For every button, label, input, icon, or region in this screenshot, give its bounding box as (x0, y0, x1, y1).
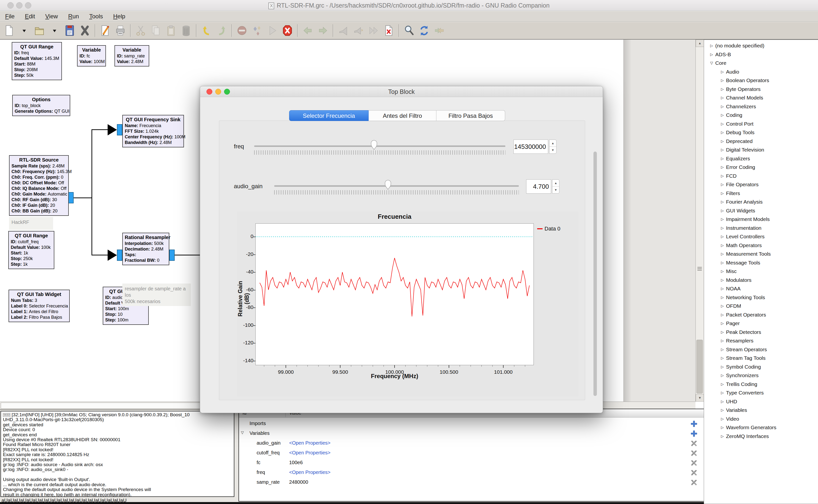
remove-icon[interactable] (690, 469, 698, 476)
collapsed-triangle-icon[interactable]: ▷ (719, 391, 726, 395)
audio_gain-value-field[interactable]: 4.700 (526, 179, 551, 194)
sidebar-item-message-tools[interactable]: ▷Message Tools (704, 258, 818, 267)
sidebar-item-pager[interactable]: ▷Pager (704, 319, 818, 328)
collapsed-triangle-icon[interactable]: ▷ (719, 156, 726, 161)
sidebar-item-synchronizers[interactable]: ▷Synchronizers (704, 371, 818, 380)
collapsed-triangle-icon[interactable]: ▷ (719, 208, 726, 213)
frequency-sink-in-port[interactable] (117, 124, 122, 135)
rational-resampler[interactable]: Rational ResamplerInterpolation: 500kDec… (122, 233, 169, 265)
collapsed-triangle-icon[interactable]: ▷ (719, 261, 726, 265)
new-flowgraph-icon[interactable] (1, 23, 17, 38)
freq-value-field[interactable]: 145300000 (513, 140, 548, 154)
canvas-vertical-scrollbar[interactable]: ▲ ▼ (696, 40, 704, 402)
collapsed-triangle-icon[interactable]: ▷ (719, 139, 726, 143)
sidebar-item-control-port[interactable]: ▷Control Port (704, 120, 818, 128)
menu-tools[interactable]: Tools (84, 11, 108, 22)
options[interactable]: OptionsID: top_blockGenerate Options: QT… (12, 95, 70, 116)
collapsed-triangle-icon[interactable]: ▷ (719, 295, 726, 300)
collapsed-triangle-icon[interactable]: ▷ (719, 87, 726, 91)
view-errors-icon[interactable] (381, 23, 396, 38)
forward-icon[interactable] (315, 23, 331, 38)
collapsed-triangle-icon[interactable]: ▷ (719, 234, 726, 239)
undo-icon[interactable] (199, 23, 214, 38)
sidebar-item-impairment-models[interactable]: ▷Impairment Models (704, 215, 818, 224)
qt-gui-range-cutoff[interactable]: QT GUI RangeID: cutoff_freqDefault Value… (8, 231, 54, 269)
collapsed-triangle-icon[interactable]: ▷ (719, 408, 726, 412)
collapsed-triangle-icon[interactable]: ▷ (719, 313, 726, 317)
qt-gui-range-freq[interactable]: QT GUI RangeID: freqDefault Value: 145.3… (12, 42, 62, 80)
scroll-up-icon[interactable]: ▲ (696, 40, 704, 47)
delete-icon[interactable] (178, 23, 194, 38)
sidebar-item-stream-tag-tools[interactable]: ▷Stream Tag Tools (704, 354, 818, 362)
sidebar-item-noaa[interactable]: ▷NOAA (704, 284, 818, 293)
menu-view[interactable]: View (40, 11, 63, 22)
sidebar-item-ofdm[interactable]: ▷OFDM (704, 302, 818, 310)
collapsed-triangle-icon[interactable]: ▷ (719, 347, 726, 352)
sidebar-item-fourier-analysis[interactable]: ▷Fourier Analysis (704, 197, 818, 206)
tab-selector-frecuencia[interactable]: Selector Frecuencia (289, 110, 369, 121)
collapsed-triangle-icon[interactable]: ▷ (708, 44, 715, 48)
execute-icon[interactable] (265, 23, 280, 38)
open-properties-link[interactable]: <Open Properties> (289, 470, 331, 475)
sidebar-item-stream-operators[interactable]: ▷Stream Operators (704, 345, 818, 354)
collapsed-triangle-icon[interactable]: ▷ (719, 226, 726, 230)
collapsed-triangle-icon[interactable]: ▷ (719, 382, 726, 386)
collapsed-triangle-icon[interactable]: ▷ (719, 339, 726, 343)
sidebar-item-deprecated[interactable]: ▷Deprecated (704, 137, 818, 146)
print-icon[interactable] (113, 23, 128, 38)
collapsed-triangle-icon[interactable]: ▷ (719, 165, 726, 169)
sidebar-item-zeromq-interfaces[interactable]: ▷ZeroMQ Interfaces (704, 432, 818, 441)
qt-gui-frequency-sink[interactable]: QT GUI Frequency SinkName: FrecuenciaFFT… (122, 115, 184, 147)
collapsed-triangle-icon[interactable]: ▷ (719, 70, 726, 74)
collapsed-triangle-icon[interactable]: ▷ (719, 182, 726, 187)
new-dropdown-icon[interactable] (17, 23, 32, 38)
sidebar-item-coding[interactable]: ▷Coding (704, 111, 818, 120)
rational-resampler-out-port[interactable] (169, 250, 175, 261)
open-flowgraph-icon[interactable] (32, 23, 47, 38)
sidebar-item-math-operators[interactable]: ▷Math Operators (704, 241, 818, 250)
audio_gain-slider-track[interactable] (274, 185, 519, 187)
reload-blocks-icon[interactable] (417, 23, 432, 38)
remove-icon[interactable] (690, 459, 698, 467)
sidebar-item-gui-widgets[interactable]: ▷GUI Widgets (704, 206, 818, 215)
sidebar-item-debug-tools[interactable]: ▷Debug Tools (704, 128, 818, 137)
collapsed-triangle-icon[interactable]: ▷ (719, 399, 726, 404)
collapsed-triangle-icon[interactable]: ▷ (708, 52, 715, 57)
sidebar-item-boolean-operators[interactable]: ▷Boolean Operators (704, 76, 818, 85)
errors-icon[interactable] (234, 23, 250, 38)
vertical-scroll-thumb[interactable] (697, 340, 703, 394)
sidebar-item-fcd[interactable]: ▷FCD (704, 172, 818, 180)
splitter-grip[interactable] (698, 267, 702, 268)
redo-icon[interactable] (214, 23, 229, 38)
sidebar-item-level-controllers[interactable]: ▷Level Controllers (704, 232, 818, 241)
top-block-titlebar[interactable]: Top Block (200, 86, 603, 97)
add-icon[interactable] (690, 420, 698, 427)
save-icon[interactable] (62, 23, 77, 38)
tab-filtro-pasa-bajos[interactable]: Filtro Pasa Bajos (436, 110, 505, 121)
collapsed-triangle-icon[interactable]: ▷ (719, 96, 726, 100)
collapsed-triangle-icon[interactable]: ▷ (719, 269, 726, 274)
bypass-icon[interactable] (432, 23, 447, 38)
spinner-down-icon[interactable]: ▼ (552, 186, 559, 193)
sidebar-item-uhd[interactable]: ▷UHD (704, 397, 818, 406)
collapsed-triangle-icon[interactable]: ▷ (719, 278, 726, 282)
sidebar-item-packet-operators[interactable]: ▷Packet Operators (704, 310, 818, 319)
sidebar-item-instrumentation[interactable]: ▷Instrumentation (704, 224, 818, 232)
collapsed-triangle-icon[interactable]: ▷ (719, 122, 726, 126)
collapsed-triangle-icon[interactable]: ▷ (719, 321, 726, 326)
sidebar-item-video[interactable]: ▷Video (704, 415, 818, 423)
sidebar-item--no-module-specified-[interactable]: ▷(no module specified) (704, 41, 818, 50)
open-dropdown-icon[interactable] (47, 23, 62, 38)
audio_gain-slider-handle[interactable] (385, 180, 391, 190)
sidebar-item-error-coding[interactable]: ▷Error Coding (704, 163, 818, 172)
find-block-icon[interactable] (401, 23, 417, 38)
sidebar-item-ads-b[interactable]: ▷ADS-B (704, 50, 818, 59)
copy-icon[interactable] (148, 23, 163, 38)
collapsed-triangle-icon[interactable]: ▷ (719, 200, 726, 204)
open-properties-link[interactable]: <Open Properties> (289, 440, 331, 446)
collapsed-triangle-icon[interactable]: ▷ (719, 217, 726, 221)
rtl-sdr-source-out-port[interactable] (68, 192, 74, 203)
collapsed-triangle-icon[interactable]: ▷ (719, 243, 726, 248)
spinner-down-icon[interactable]: ▼ (549, 147, 556, 153)
remove-icon[interactable] (690, 440, 698, 447)
